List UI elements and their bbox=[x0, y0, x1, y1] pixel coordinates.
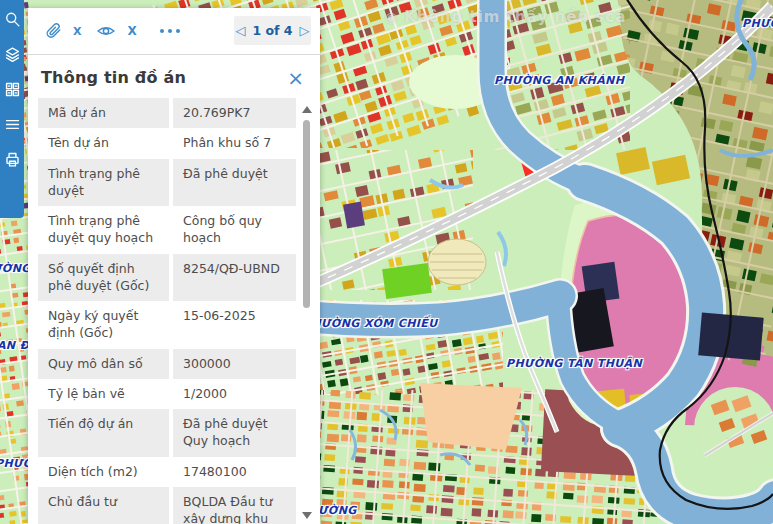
panel-header: Thông tin đồ án × bbox=[28, 55, 320, 95]
layers-tool-button[interactable] bbox=[3, 45, 21, 63]
field-value: 8254/QĐ-UBND bbox=[173, 254, 296, 302]
table-row: Tên dự ánPhân khu số 7 bbox=[38, 128, 296, 158]
field-value: 300000 bbox=[173, 349, 296, 379]
table-row: Chủ đầu tưBQLDA Đầu tư xây dựng khu vực … bbox=[38, 487, 296, 524]
info-panel: X X ◁ 1 of 4 ▷ Thông tin đồ án × Mã dự á… bbox=[28, 8, 320, 524]
field-label: Tên dự án bbox=[38, 128, 169, 158]
prev-page-icon[interactable]: ◁ bbox=[235, 24, 245, 37]
field-label: Ngày ký quyết định (Gốc) bbox=[38, 301, 169, 349]
field-value: 1/2000 bbox=[173, 379, 296, 409]
field-label: Số quyết định phê duyệt (Gốc) bbox=[38, 254, 169, 302]
field-label: Tỷ lệ bản vẽ bbox=[38, 379, 169, 409]
field-label: Tiến độ dự án bbox=[38, 409, 169, 457]
search-tool-button[interactable] bbox=[3, 10, 21, 28]
field-value: Đã phê duyệt Quy hoạch bbox=[173, 409, 296, 457]
panel-title: Thông tin đồ án bbox=[41, 68, 186, 87]
legend-list-icon bbox=[4, 116, 21, 133]
search-icon bbox=[4, 11, 21, 28]
scroll-down-icon[interactable] bbox=[302, 512, 312, 519]
eye-icon bbox=[96, 21, 116, 41]
visibility-x-glyph[interactable]: X bbox=[127, 24, 136, 38]
field-value: 17480100 bbox=[173, 457, 296, 487]
field-label: Chủ đầu tư bbox=[38, 487, 169, 524]
page-indicator: 1 of 4 bbox=[252, 23, 292, 38]
table-row: Tình trạng phê duyệtĐã phê duyệt bbox=[38, 159, 296, 207]
field-value: 20.769PK7 bbox=[173, 98, 296, 128]
field-label: Diện tích (m2) bbox=[38, 457, 169, 487]
attachment-button[interactable] bbox=[45, 22, 64, 41]
more-options-button[interactable] bbox=[160, 29, 180, 33]
app-window: PHƯỜNG AN KHÁNHPHƯỜNG XÓM CHIẾUPHƯỜNG TÂ… bbox=[0, 0, 773, 524]
layers-icon bbox=[4, 46, 21, 63]
table-row: Tình trạng phê duyệt quy hoạchCông bố qu… bbox=[38, 206, 296, 254]
popup-toolbar: X X ◁ 1 of 4 ▷ bbox=[28, 8, 320, 55]
table-row: Tiến độ dự ánĐã phê duyệt Quy hoạch bbox=[38, 409, 296, 457]
table-row: Số quyết định phê duyệt (Gốc)8254/QĐ-UBN… bbox=[38, 254, 296, 302]
scroll-up-icon[interactable] bbox=[302, 106, 312, 113]
field-value: BQLDA Đầu tư xây dựng khu vực Thành phố … bbox=[173, 487, 296, 524]
close-icon[interactable]: × bbox=[287, 70, 304, 86]
table-scrollbar[interactable] bbox=[301, 104, 313, 521]
visibility-button[interactable] bbox=[96, 21, 116, 41]
field-value: Công bố quy hoạch bbox=[173, 206, 296, 254]
legend-list-button[interactable] bbox=[3, 115, 21, 133]
field-value: Phân khu số 7 bbox=[173, 128, 296, 158]
attribute-table: Mã dự án20.769PK7Tên dự ánPhân khu số 7T… bbox=[38, 98, 296, 524]
basemap-gallery-button[interactable] bbox=[3, 80, 21, 98]
paperclip-icon bbox=[45, 22, 64, 41]
print-icon bbox=[4, 151, 21, 168]
field-label: Tình trạng phê duyệt quy hoạch bbox=[38, 206, 169, 254]
scrollbar-thumb[interactable] bbox=[303, 120, 310, 308]
table-row: Mã dự án20.769PK7 bbox=[38, 98, 296, 128]
field-label: Tình trạng phê duyệt bbox=[38, 159, 169, 207]
pagination: ◁ 1 of 4 ▷ bbox=[234, 16, 311, 45]
table-row: Ngày ký quyết định (Gốc)15-06-2025 bbox=[38, 301, 296, 349]
next-page-icon[interactable]: ▷ bbox=[300, 24, 310, 37]
field-value: 15-06-2025 bbox=[173, 301, 296, 349]
field-value: Đã phê duyệt bbox=[173, 159, 296, 207]
attachment-x-glyph[interactable]: X bbox=[73, 25, 81, 38]
table-row: Diện tích (m2)17480100 bbox=[38, 457, 296, 487]
print-button[interactable] bbox=[3, 150, 21, 168]
field-label: Mã dự án bbox=[38, 98, 169, 128]
table-row: Quy mô dân số300000 bbox=[38, 349, 296, 379]
table-row: Tỷ lệ bản vẽ1/2000 bbox=[38, 379, 296, 409]
basemap-grid-icon bbox=[4, 81, 21, 98]
field-label: Quy mô dân số bbox=[38, 349, 169, 379]
map-toolbar-sidebar bbox=[0, 0, 24, 218]
